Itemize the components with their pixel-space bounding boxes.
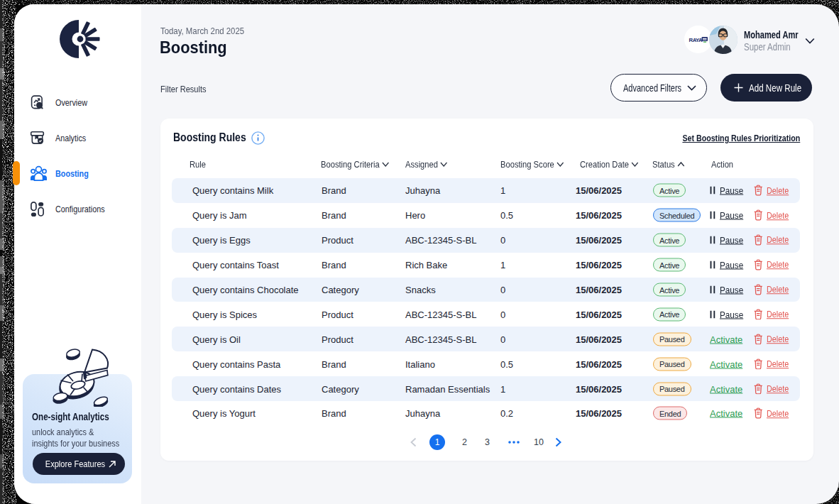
svg-text:RAYA: RAYA [689,37,703,43]
